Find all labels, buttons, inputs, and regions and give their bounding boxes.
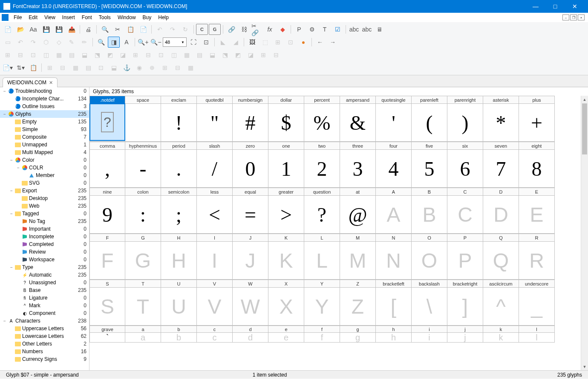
tree-row-review[interactable]: Review0 — [0, 248, 89, 256]
glyph-cell-slash[interactable]: slash/ — [197, 142, 233, 188]
tree-row-component[interactable]: ◐Component0 — [0, 309, 89, 317]
tree-row-color[interactable]: −Color0 — [0, 156, 89, 164]
glyph-cell-G[interactable]: GG — [125, 234, 161, 280]
sort-icon[interactable]: ⇅▾ — [14, 62, 26, 73]
properties-icon[interactable]: P — [293, 24, 305, 35]
maximize-button[interactable]: □ — [545, 0, 565, 13]
glyph-cell-H[interactable]: HH — [161, 234, 197, 280]
complete-composites-icon[interactable]: C — [196, 24, 208, 35]
tree-row-characters[interactable]: −ACharacters238 — [0, 317, 89, 325]
glyph-cell-question[interactable]: question? — [304, 188, 340, 234]
tree-row-empty[interactable]: Empty135 — [0, 118, 89, 126]
prev-icon[interactable]: ← — [314, 37, 326, 48]
glyph-cell-numbersign[interactable]: numbersign# — [233, 96, 268, 142]
opentype-icon[interactable]: fx — [264, 24, 276, 35]
mdi-minimize-button[interactable]: – — [562, 14, 569, 20]
tree-row-no-tag[interactable]: No Tag235 — [0, 217, 89, 225]
scroll-down-icon[interactable]: ▼ — [581, 363, 588, 370]
cut-icon[interactable]: ✂ — [112, 24, 124, 35]
glyph-cell-B[interactable]: BB — [412, 188, 447, 234]
metrics-icon[interactable]: A — [121, 37, 133, 48]
vertical-scrollbar[interactable]: ▲ ▼ — [581, 96, 588, 370]
settings-icon[interactable]: ⚙ — [306, 24, 318, 35]
zoom-out-icon[interactable]: 🔍− — [150, 37, 162, 48]
new-glyph-icon[interactable]: 📄▾ — [2, 62, 14, 73]
menu-help[interactable]: Help — [155, 14, 172, 21]
glyph-cell-j[interactable]: jj — [447, 326, 483, 343]
glyph-cell-at[interactable]: at@ — [340, 188, 376, 234]
glyph-cell-Z[interactable]: ZZ — [340, 280, 376, 326]
actual-size-icon[interactable]: ⊡ — [200, 37, 212, 48]
glyph-cell-period[interactable]: period. — [161, 142, 197, 188]
document-tab[interactable]: WEIDOWN.COM ✕ — [3, 77, 58, 87]
autometrics-icon[interactable]: abc — [361, 24, 373, 35]
glyph-cell-Y[interactable]: YY — [304, 280, 340, 326]
glyph-cell-quotedbl[interactable]: quotedbl" — [197, 96, 233, 142]
glyph-cell-h[interactable]: hh — [376, 326, 412, 343]
tree-row-other-letters[interactable]: Other Letters2 — [0, 340, 89, 348]
menu-window[interactable]: Window — [114, 14, 139, 21]
tree-row-unassigned[interactable]: ?Unassigned0 — [0, 279, 89, 286]
glyph-cell-X[interactable]: XX — [268, 280, 304, 326]
glyph-cell-F[interactable]: FF — [89, 234, 125, 280]
glyph-cell-two[interactable]: two2 — [304, 142, 340, 188]
glyph-cell-g[interactable]: gg — [340, 326, 376, 343]
tree-row-unmapped[interactable]: Unmapped1 — [0, 141, 89, 149]
tree-row-outline-issues[interactable]: !Outline Issues3 — [0, 103, 89, 110]
glyph-cell-f[interactable]: ff — [304, 326, 340, 343]
copy-icon[interactable]: 📋 — [124, 24, 136, 35]
tree-twisty-icon[interactable]: − — [9, 189, 14, 193]
tree-row-currency-signs[interactable]: Currency Signs9 — [0, 355, 89, 363]
tree-twisty-icon[interactable]: − — [2, 89, 8, 94]
glyph-cell-A[interactable]: AA — [376, 188, 412, 234]
glyph-cell-a[interactable]: aa — [125, 326, 161, 343]
tree-row-svg[interactable]: SVG0 — [0, 179, 89, 187]
glyph-cell-l[interactable]: ll — [519, 326, 555, 343]
minimize-button[interactable]: — — [526, 0, 545, 13]
zoom-in-icon[interactable]: 🔍+ — [137, 37, 149, 48]
glyph-cell-J[interactable]: JJ — [233, 234, 268, 280]
tree-row-base[interactable]: BBase235 — [0, 286, 89, 294]
glyph-cell-colon[interactable]: colon: — [125, 188, 161, 234]
glyph-grid[interactable]: .notdef?space exclam!quotedbl"numbersign… — [89, 96, 581, 370]
tree-row-composite[interactable]: Composite7 — [0, 133, 89, 141]
tree-row-export[interactable]: −Export235 — [0, 187, 89, 194]
glyph-cell-W[interactable]: WW — [233, 280, 268, 326]
menu-font[interactable]: Font — [78, 14, 95, 21]
glyph-cell-dollar[interactable]: dollar$ — [268, 96, 304, 142]
glyph-cell-quotesingle[interactable]: quotesingle' — [376, 96, 412, 142]
glyph-cell-equal[interactable]: equal= — [233, 188, 268, 234]
glyph-cell-e[interactable]: ee — [268, 326, 304, 343]
glyph-properties-icon[interactable]: G — [209, 24, 221, 35]
tree-twisty-icon[interactable]: − — [9, 265, 14, 270]
test-icon[interactable]: T — [319, 24, 331, 35]
link-icon[interactable]: 🔗 — [225, 24, 237, 35]
glyph-cell-V[interactable]: VV — [197, 280, 233, 326]
menu-buy[interactable]: Buy — [139, 14, 155, 21]
glyph-cell-three[interactable]: three3 — [340, 142, 376, 188]
tree-row-ligature[interactable]: fiLigature0 — [0, 294, 89, 302]
clipboard-icon[interactable]: 📋 — [27, 62, 39, 73]
category-tree[interactable]: −!Troubleshooting0!Incomplete Char...134… — [0, 87, 89, 370]
glyph-cell-five[interactable]: five5 — [412, 142, 447, 188]
zoom-combo[interactable]: 48▼ — [163, 37, 187, 47]
tree-row-desktop[interactable]: Desktop235 — [0, 194, 89, 202]
tree-row-member[interactable]: Member0 — [0, 171, 89, 179]
tree-row-uppercase-letters[interactable]: Uppercase Letters56 — [0, 325, 89, 332]
tree-twisty-icon[interactable]: − — [9, 211, 14, 216]
tree-row-workspace[interactable]: Workspace0 — [0, 256, 89, 263]
eraser-icon[interactable]: ◆ — [277, 24, 288, 35]
open-icon[interactable]: 📂 — [14, 24, 26, 35]
tree-row-glyphs[interactable]: −Glyphs235 — [0, 110, 89, 118]
tree-row-type[interactable]: −Type235 — [0, 263, 89, 271]
glyph-cell-zero[interactable]: zero0 — [233, 142, 268, 188]
tree-row-automatic[interactable]: ⚡Automatic235 — [0, 271, 89, 279]
tree-row-multi-mapped[interactable]: Multi Mapped4 — [0, 149, 89, 156]
glyph-cell-d[interactable]: dd — [233, 326, 268, 343]
glyph-cell-ampersand[interactable]: ampersand& — [340, 96, 376, 142]
tree-twisty-icon[interactable]: − — [15, 166, 21, 170]
tree-twisty-icon[interactable]: − — [2, 112, 8, 117]
glyph-cell-U[interactable]: UU — [161, 280, 197, 326]
glyph-cell-M[interactable]: MM — [340, 234, 376, 280]
tree-row-numbers[interactable]: Numbers16 — [0, 348, 89, 355]
